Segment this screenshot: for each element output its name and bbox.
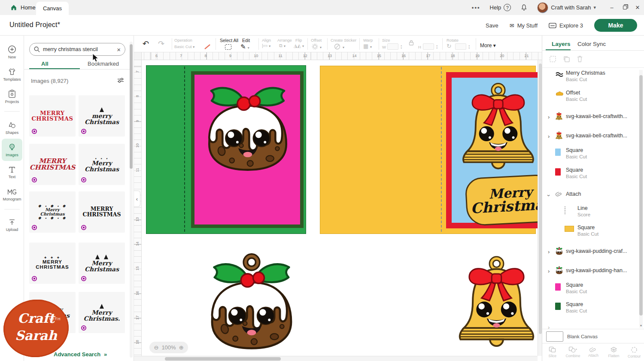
minimize-button[interactable]: – <box>605 0 618 15</box>
horizontal-scrollbar-thumb[interactable] <box>165 357 281 361</box>
layer-row[interactable]: › svg-kawaii-bell-craftwith... <box>542 112 638 129</box>
chevron-right-icon[interactable]: › <box>548 268 550 274</box>
rail-projects[interactable]: Projects <box>2 85 22 108</box>
layer-row[interactable]: › svg-kawaii-pudding-craf... <box>542 247 638 264</box>
chevron-down-icon[interactable]: › <box>546 194 552 196</box>
image-result[interactable]: ∙ ∙ ∙MerryChristmas <box>79 144 125 185</box>
image-result[interactable]: MERRYCHRISTMAS <box>29 95 76 137</box>
warp-button[interactable]: Warp <box>363 38 373 42</box>
canvas-viewport[interactable]: 6789101112131415161718192021 78910111213… <box>134 52 542 361</box>
project-title[interactable]: Untitled Project* <box>9 21 60 29</box>
rail-templates[interactable]: Templates <box>2 63 22 85</box>
tab-color-sync[interactable]: Color Sync <box>577 41 606 47</box>
tab-all[interactable]: All <box>41 61 49 67</box>
flatten-button[interactable]: Flatten <box>604 343 624 361</box>
rail-new[interactable]: New <box>2 41 22 63</box>
chevron-right-icon[interactable]: › <box>548 249 550 255</box>
image-result[interactable]: MerryChristmas <box>79 243 125 284</box>
select-all-button[interactable]: Select All <box>220 38 238 43</box>
save-button[interactable]: Save <box>486 22 498 29</box>
rail-text[interactable]: Text <box>2 161 22 183</box>
image-result[interactable]: MerryChristmas. <box>79 292 125 333</box>
layer-row[interactable]: Merry ChristmasBasic Cut <box>542 71 638 88</box>
height-input[interactable] <box>423 43 434 50</box>
search-input[interactable] <box>43 46 114 52</box>
zoom-out-icon[interactable]: ⊖ <box>154 344 158 351</box>
image-result[interactable]: MERRYCHRISTMAS <box>79 191 125 233</box>
merry-christmas-card-text[interactable]: Merry Christmas <box>465 174 542 227</box>
scroll-down-icon[interactable]: ▼ <box>639 324 643 327</box>
undo-button[interactable]: ↶ <box>143 39 149 49</box>
tab-home[interactable]: Home <box>6 0 40 15</box>
help-menu[interactable]: Help ? <box>490 4 511 11</box>
layer-row[interactable]: › svg-kawaii-pudding-han... <box>542 266 638 283</box>
vertical-scrollbar-thumb[interactable] <box>539 64 542 334</box>
rotate-input[interactable] <box>455 43 466 50</box>
rail-monogram[interactable]: Monogram <box>2 183 22 206</box>
search-box[interactable]: × <box>29 43 125 56</box>
rail-upload[interactable]: Upload <box>2 213 22 236</box>
layers-scrollbar-thumb[interactable] <box>639 75 643 315</box>
duplicate-icon[interactable] <box>563 55 570 63</box>
linetype-swatch[interactable] <box>204 43 211 50</box>
restore-button[interactable] <box>618 0 631 15</box>
layer-row[interactable]: SquareBasic Cut <box>542 283 638 300</box>
edit-button[interactable]: Edit <box>242 38 250 43</box>
image-result[interactable]: ✦ ✦ ✦MERRYCHRISTMAS <box>29 243 76 284</box>
redo-button[interactable]: ↷ <box>158 39 164 49</box>
offset-button[interactable]: Offset <box>311 38 322 42</box>
lock-icon[interactable] <box>409 40 414 46</box>
contour-button[interactable]: Contour <box>624 343 644 361</box>
layer-row[interactable]: SquareBasic Cut <box>542 226 638 243</box>
panel-collapse-handle[interactable]: ‹ <box>134 191 140 207</box>
operation-select[interactable]: Basic Cut ▾ <box>174 44 194 49</box>
bell-ornament[interactable] <box>453 251 541 352</box>
vertical-scrollbar[interactable] <box>538 60 542 356</box>
select-layers-icon[interactable] <box>549 55 556 63</box>
notifications-button[interactable] <box>520 4 528 11</box>
layer-row[interactable]: SquareBasic Cut <box>542 303 638 320</box>
width-input[interactable] <box>387 43 398 50</box>
make-button[interactable]: Make <box>594 19 637 32</box>
tab-canvas[interactable]: Canvas <box>36 2 69 15</box>
account-menu[interactable]: Craft with Sarah ▾ <box>537 2 596 13</box>
chevron-right-icon[interactable]: › <box>548 114 550 120</box>
rail-images[interactable]: Images <box>2 139 22 161</box>
layer-row[interactable]: LineScore <box>542 206 638 224</box>
image-result[interactable]: MERRYCHRISTMAS <box>29 144 76 185</box>
pink-panel[interactable] <box>191 71 304 228</box>
rail-shapes[interactable]: Shapes <box>2 116 22 139</box>
overflow-menu[interactable]: ••• <box>472 4 480 11</box>
trash-icon[interactable] <box>577 55 583 63</box>
pudding-ornament[interactable] <box>201 249 302 353</box>
filters-icon[interactable] <box>117 77 125 84</box>
panel-scrollbar-thumb[interactable] <box>130 44 133 169</box>
blank-canvas-row[interactable]: Blank Canvas <box>542 329 644 343</box>
clear-search-icon[interactable]: × <box>117 46 121 53</box>
zoom-control[interactable]: ⊖ 100% ⊕ <box>149 342 188 353</box>
horizontal-scrollbar[interactable] <box>134 356 538 361</box>
my-stuff-button[interactable]: ✉ My Stuff <box>510 22 538 29</box>
create-sticker-button[interactable]: Create Sticker <box>331 38 356 42</box>
image-result[interactable]: merryChristmas <box>79 95 125 137</box>
align-button[interactable]: Align <box>262 38 271 42</box>
layer-row[interactable]: SquareBasic Cut <box>542 168 638 185</box>
slice-button[interactable]: Slice <box>542 343 563 361</box>
layer-row[interactable]: › svg-kawaii-bell-craftwith... <box>542 131 638 149</box>
rotate-stepper[interactable]: ▲▼ <box>468 45 470 49</box>
width-stepper[interactable]: ▲▼ <box>400 45 402 49</box>
close-button[interactable]: ✕ <box>631 0 644 15</box>
explore-button[interactable]: Explore 3 <box>549 22 583 29</box>
tab-layers[interactable]: Layers <box>552 41 571 47</box>
chevron-right-icon[interactable]: › <box>548 133 550 140</box>
attach-button[interactable]: Attach <box>583 343 604 361</box>
image-result[interactable]: ✱ ∙ ✱ ∙ ✱MerryChristmas✱ ∙ ✱ ∙ ✱ <box>29 191 76 233</box>
layer-row[interactable]: OffsetBasic Cut <box>542 91 638 108</box>
green-card[interactable] <box>146 65 306 234</box>
more-button[interactable]: More ▾ <box>480 42 496 49</box>
pencil-icon[interactable]: ✎ ▾ <box>240 43 249 51</box>
arrange-button[interactable]: Arrange <box>277 38 292 42</box>
blank-canvas-swatch[interactable] <box>546 331 563 342</box>
combine-button[interactable]: Combine <box>563 343 583 361</box>
zoom-in-icon[interactable]: ⊕ <box>179 344 184 351</box>
